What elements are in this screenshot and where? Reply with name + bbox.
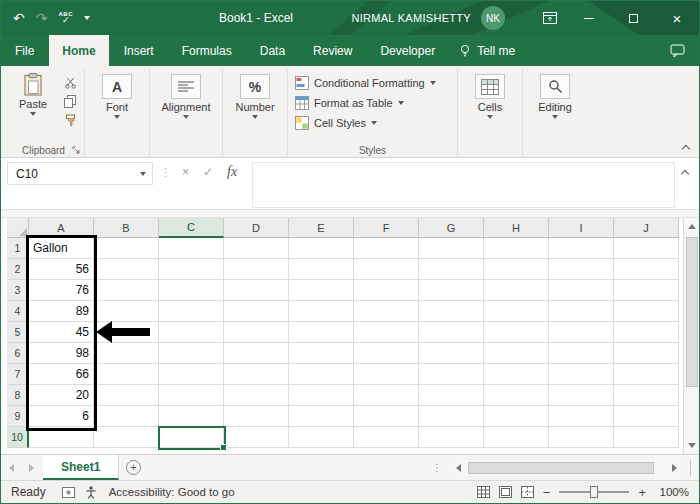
cell-H4[interactable] (484, 301, 549, 322)
cell-E5[interactable] (289, 322, 354, 343)
editing-button[interactable]: Editing (530, 71, 580, 143)
cell-D2[interactable] (224, 259, 289, 280)
tab-review[interactable]: Review (300, 35, 365, 66)
cell-C7[interactable] (159, 364, 224, 385)
cell-A1[interactable]: Gallon (29, 238, 94, 259)
column-header-C[interactable]: C (159, 218, 224, 238)
cell-A6[interactable]: 98 (29, 343, 94, 364)
cell-E10[interactable] (289, 427, 354, 448)
qat-customize-icon[interactable] (84, 16, 90, 20)
cell-B2[interactable] (94, 259, 159, 280)
tab-developer[interactable]: Developer (367, 35, 448, 66)
cell-F4[interactable] (354, 301, 419, 322)
accessibility-icon[interactable] (85, 486, 97, 499)
macro-record-icon[interactable] (62, 487, 75, 498)
cell-J9[interactable] (614, 406, 679, 427)
cell-C2[interactable] (159, 259, 224, 280)
minimize-button[interactable] (567, 1, 611, 35)
cell-I8[interactable] (549, 385, 614, 406)
zoom-slider[interactable] (559, 491, 629, 493)
cell-G9[interactable] (419, 406, 484, 427)
cell-C3[interactable] (159, 280, 224, 301)
cell-D3[interactable] (224, 280, 289, 301)
cell-F9[interactable] (354, 406, 419, 427)
scroll-up-icon[interactable] (684, 218, 699, 235)
zoom-out-icon[interactable]: − (543, 486, 551, 499)
tab-formulas[interactable]: Formulas (169, 35, 245, 66)
cell-B1[interactable] (94, 238, 159, 259)
select-all-button[interactable] (7, 218, 29, 238)
row-header-2[interactable]: 2 (7, 259, 29, 280)
cell-C8[interactable] (159, 385, 224, 406)
row-header-7[interactable]: 7 (7, 364, 29, 385)
cell-G4[interactable] (419, 301, 484, 322)
column-header-J[interactable]: J (614, 218, 679, 238)
copy-icon[interactable] (64, 95, 77, 108)
cell-A8[interactable]: 20 (29, 385, 94, 406)
column-header-H[interactable]: H (484, 218, 549, 238)
cell-E4[interactable] (289, 301, 354, 322)
cell-D7[interactable] (224, 364, 289, 385)
cell-B8[interactable] (94, 385, 159, 406)
sheet-nav-right-icon[interactable] (21, 455, 41, 480)
cell-G8[interactable] (419, 385, 484, 406)
column-header-E[interactable]: E (289, 218, 354, 238)
cell-D9[interactable] (224, 406, 289, 427)
cell-I3[interactable] (549, 280, 614, 301)
tab-data[interactable]: Data (247, 35, 298, 66)
cell-H3[interactable] (484, 280, 549, 301)
cancel-icon[interactable]: × (182, 166, 189, 178)
cell-H8[interactable] (484, 385, 549, 406)
enter-icon[interactable]: ✓ (203, 166, 213, 178)
zoom-level[interactable]: 100% (655, 486, 689, 498)
cell-D4[interactable] (224, 301, 289, 322)
cell-D5[interactable] (224, 322, 289, 343)
cell-H6[interactable] (484, 343, 549, 364)
spelling-icon[interactable]: ABC ✓ (58, 11, 73, 25)
collapse-ribbon-icon[interactable] (683, 146, 689, 152)
paste-button[interactable]: Paste (10, 71, 56, 143)
cells-button[interactable]: Cells (465, 71, 515, 143)
tab-file[interactable]: File (2, 35, 47, 66)
ribbon-display-options-icon[interactable] (533, 1, 567, 35)
cell-C4[interactable] (159, 301, 224, 322)
hscroll-left-icon[interactable] (450, 461, 466, 475)
cell-I2[interactable] (549, 259, 614, 280)
cell-J5[interactable] (614, 322, 679, 343)
cell-J1[interactable] (614, 238, 679, 259)
cell-F10[interactable] (354, 427, 419, 448)
cell-I10[interactable] (549, 427, 614, 448)
hscroll-splitter[interactable] (690, 460, 695, 476)
accessibility-status[interactable]: Accessibility: Good to go (109, 486, 235, 498)
cell-E6[interactable] (289, 343, 354, 364)
column-header-G[interactable]: G (419, 218, 484, 238)
font-button[interactable]: A Font (92, 71, 142, 143)
conditional-formatting-button[interactable]: Conditional Formatting (295, 73, 436, 92)
cell-A10[interactable] (29, 427, 94, 448)
cell-styles-button[interactable]: Cell Styles (295, 113, 436, 132)
cell-E9[interactable] (289, 406, 354, 427)
tab-home[interactable]: Home (49, 35, 108, 66)
column-header-A[interactable]: A (29, 218, 94, 238)
cell-H1[interactable] (484, 238, 549, 259)
user-name[interactable]: NIRMAL KAMISHETTY (351, 12, 471, 24)
cell-G7[interactable] (419, 364, 484, 385)
column-header-B[interactable]: B (94, 218, 159, 238)
sheet-nav-left-icon[interactable] (1, 455, 21, 480)
tab-scroll-separator[interactable]: ⋮ (432, 462, 442, 473)
cell-I1[interactable] (549, 238, 614, 259)
zoom-in-icon[interactable]: + (638, 486, 646, 499)
cell-C5[interactable] (159, 322, 224, 343)
cell-G3[interactable] (419, 280, 484, 301)
cell-G1[interactable] (419, 238, 484, 259)
dialog-launcher-icon[interactable] (72, 146, 81, 155)
column-header-F[interactable]: F (354, 218, 419, 238)
cell-H10[interactable] (484, 427, 549, 448)
cell-D6[interactable] (224, 343, 289, 364)
cell-J8[interactable] (614, 385, 679, 406)
cell-F8[interactable] (354, 385, 419, 406)
cell-F1[interactable] (354, 238, 419, 259)
row-header-6[interactable]: 6 (7, 343, 29, 364)
cell-G6[interactable] (419, 343, 484, 364)
formula-bar-separator[interactable]: ⋮ (160, 166, 171, 179)
